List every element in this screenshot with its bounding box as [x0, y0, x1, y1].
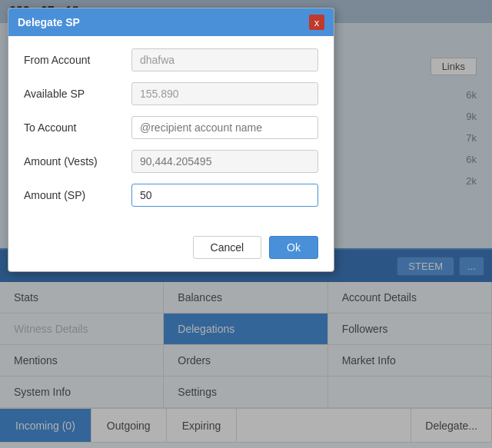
available-sp-input	[131, 82, 318, 105]
amount-sp-row: Amount (SP)	[24, 184, 318, 207]
amount-sp-input[interactable]	[131, 184, 318, 207]
available-sp-row: Available SP	[24, 82, 318, 105]
amount-vests-input	[131, 150, 318, 173]
amount-vests-label: Amount (Vests)	[24, 155, 131, 168]
to-account-label: To Account	[24, 121, 131, 134]
modal-footer: Cancel Ok	[8, 230, 334, 271]
available-sp-label: Available SP	[24, 88, 131, 100]
modal-overlay: Delegate SP x From Account Available SP …	[0, 0, 492, 448]
cancel-button[interactable]: Cancel	[193, 236, 262, 259]
modal-close-button[interactable]: x	[309, 15, 324, 30]
from-account-label: From Account	[24, 54, 131, 66]
amount-vests-row: Amount (Vests)	[24, 150, 318, 173]
from-account-row: From Account	[24, 48, 318, 71]
to-account-row: To Account	[24, 116, 318, 139]
modal-body: From Account Available SP To Account Amo…	[8, 36, 334, 230]
to-account-input[interactable]	[131, 116, 318, 139]
from-account-input[interactable]	[131, 48, 318, 71]
amount-sp-label: Amount (SP)	[24, 189, 131, 201]
modal-title: Delegate SP	[18, 16, 80, 28]
delegate-sp-modal: Delegate SP x From Account Available SP …	[8, 8, 334, 272]
modal-header: Delegate SP x	[8, 8, 334, 36]
ok-button[interactable]: Ok	[269, 236, 318, 259]
